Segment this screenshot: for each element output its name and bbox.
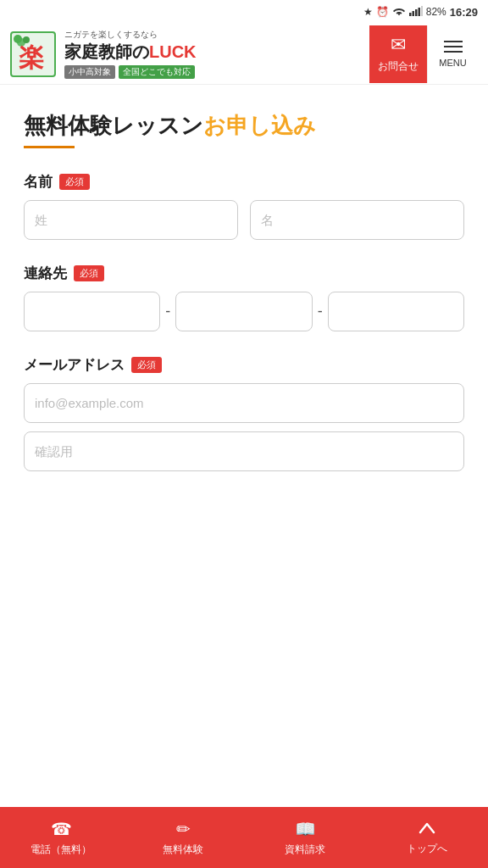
contact-label: お問合せ — [378, 59, 419, 74]
phone-sep-1: - — [165, 303, 170, 320]
last-name-input[interactable] — [24, 200, 238, 240]
signal-icon — [409, 6, 423, 19]
wifi-icon — [392, 6, 406, 19]
header: 楽 ニガテを楽しくするなら 家庭教師のLUCK 小中高対象 全国どこでも対応 ✉… — [0, 24, 488, 85]
alarm-icon: ⏰ — [376, 6, 389, 18]
envelope-icon: ✉ — [391, 34, 406, 56]
contact-button[interactable]: ✉ お問合せ — [369, 25, 427, 83]
svg-rect-4 — [421, 6, 423, 16]
logo-text-block: ニガテを楽しくするなら 家庭教師のLUCK 小中高対象 全国どこでも対応 — [64, 29, 197, 79]
phone-input-2[interactable] — [175, 292, 312, 331]
nav-top-label: トップへ — [407, 842, 447, 856]
phone-input-1[interactable] — [24, 292, 160, 331]
logo-title: 家庭教師のLUCK — [64, 41, 197, 64]
email-label: メールアドレス 必須 — [24, 355, 464, 375]
email-label-text: メールアドレス — [24, 355, 125, 375]
battery-label: 82% — [426, 6, 446, 18]
bottom-nav: ☎ 電話（無料） ✏ 無料体験 📖 資料請求 トップへ — [0, 807, 488, 868]
menu-button[interactable]: MENU — [427, 25, 478, 83]
email-input[interactable] — [24, 383, 464, 423]
phone-input-3[interactable] — [328, 292, 464, 331]
phone-required-badge: 必須 — [74, 265, 104, 281]
time-display: 16:29 — [450, 6, 478, 19]
hamburger-icon — [444, 41, 463, 53]
name-label: 名前 必須 — [24, 172, 464, 192]
phone-section: 連絡先 必須 - - — [24, 264, 464, 331]
logo-subtitle: ニガテを楽しくするなら — [64, 29, 197, 41]
svg-rect-1 — [412, 11, 414, 16]
first-name-input[interactable] — [250, 200, 464, 240]
up-icon — [419, 819, 435, 838]
name-required-badge: 必須 — [59, 174, 90, 190]
nav-trial[interactable]: ✏ 無料体験 — [122, 807, 244, 868]
phone-row: - - — [24, 292, 464, 331]
name-label-text: 名前 — [24, 172, 53, 192]
nav-materials[interactable]: 📖 資料請求 — [244, 807, 366, 868]
tag-level: 小中高対象 — [64, 65, 115, 79]
logo-tags: 小中高対象 全国どこでも対応 — [64, 65, 197, 79]
title-part2: お申し込み — [203, 113, 316, 138]
title-underline — [24, 146, 75, 148]
name-section: 名前 必須 — [24, 172, 464, 240]
logo-area: 楽 ニガテを楽しくするなら 家庭教師のLUCK 小中高対象 全国どこでも対応 — [10, 29, 369, 79]
email-block — [24, 383, 464, 471]
logo-icon: 楽 — [10, 31, 56, 77]
page-title: 無料体験レッスンお申し込み — [24, 112, 464, 141]
phone-icon: ☎ — [51, 819, 72, 839]
status-bar: ★ ⏰ 82% 16:29 — [0, 0, 488, 24]
nav-phone-label: 電話（無料） — [30, 843, 92, 857]
email-section: メールアドレス 必須 — [24, 355, 464, 471]
phone-sep-2: - — [318, 303, 323, 320]
svg-rect-0 — [409, 13, 412, 16]
phone-label: 連絡先 必須 — [24, 264, 464, 283]
nav-phone[interactable]: ☎ 電話（無料） — [0, 807, 122, 868]
bluetooth-icon: ★ — [363, 6, 373, 18]
email-confirm-input[interactable] — [24, 431, 464, 471]
title-part1: 無料体験レッスン — [24, 113, 203, 138]
svg-text:楽: 楽 — [19, 43, 44, 71]
phone-label-text: 連絡先 — [24, 264, 67, 283]
book-icon: 📖 — [295, 819, 316, 839]
email-required-badge: 必須 — [131, 357, 162, 373]
nav-trial-label: 無料体験 — [163, 843, 203, 857]
menu-label: MENU — [439, 58, 466, 68]
tag-area: 全国どこでも対応 — [119, 65, 195, 79]
svg-rect-3 — [418, 8, 420, 16]
svg-rect-2 — [415, 9, 418, 16]
name-row — [24, 200, 464, 240]
svg-point-6 — [23, 36, 30, 43]
pencil-icon: ✏ — [176, 819, 191, 839]
page-content: 無料体験レッスンお申し込み 名前 必須 連絡先 必須 - - メールアドレス — [0, 85, 488, 597]
nav-materials-label: 資料請求 — [285, 843, 325, 857]
nav-top[interactable]: トップへ — [366, 807, 488, 868]
